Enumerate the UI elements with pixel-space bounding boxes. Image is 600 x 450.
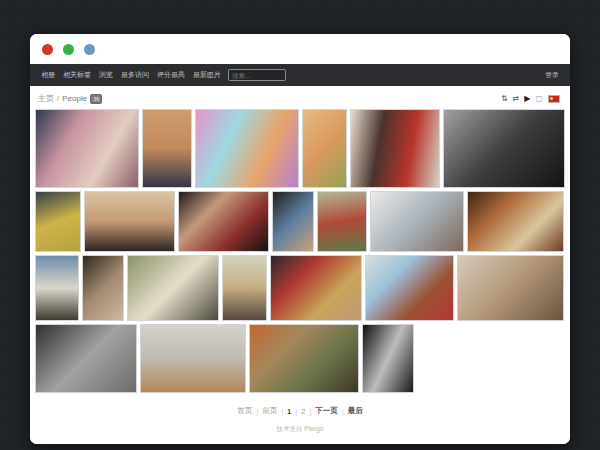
photo-water-splash[interactable]	[370, 191, 464, 252]
photo-girl-portrait[interactable]	[302, 109, 347, 188]
photo-bw-woman-portrait[interactable]	[443, 109, 565, 188]
pagination-separator: |	[309, 407, 311, 416]
photo-sizes-icon[interactable]: ⇄	[513, 94, 520, 104]
pagination-separator: |	[295, 407, 297, 416]
nav-item-0[interactable]: 相册	[41, 70, 55, 80]
photo-man-in-tracksuit[interactable]	[142, 109, 192, 188]
photo-row	[35, 324, 565, 393]
sort-order-icon[interactable]: ⇅	[501, 94, 508, 104]
pagination-link-3[interactable]: 2	[301, 407, 305, 416]
photo-bw-singer-spotlight[interactable]	[362, 324, 414, 393]
photo-row	[35, 255, 565, 321]
photo-pearl-earring-girl[interactable]	[272, 191, 314, 252]
photo-blue-cap-man[interactable]	[35, 255, 79, 321]
nav-item-1[interactable]: 相关标签	[63, 70, 91, 80]
pagination-link-1[interactable]: 前页	[262, 406, 277, 416]
pagination-link-0[interactable]: 首页	[237, 406, 252, 416]
pagination-separator: |	[281, 407, 283, 416]
breadcrumb-home-link[interactable]: 主页	[38, 93, 54, 104]
display-frame-icon[interactable]: ▢	[535, 94, 543, 104]
language-flag-icon[interactable]	[548, 95, 560, 103]
nav-menu: 相册相关标签浏览最多访问评分最高最新图片	[41, 70, 221, 80]
nav-item-5[interactable]: 最新图片	[193, 70, 221, 80]
traffic-lights	[42, 44, 95, 55]
nav-item-4[interactable]: 评分最高	[157, 70, 185, 80]
browser-window: 相册相关标签浏览最多访问评分最高最新图片 登录 主页 / People 36 ⇅…	[30, 34, 570, 444]
photo-newborn-baby[interactable]	[35, 109, 139, 188]
photo-napoleonic-soldiers[interactable]	[270, 255, 362, 321]
photo-woman-in-field[interactable]	[222, 255, 267, 321]
breadcrumb: 主页 / People 36	[38, 93, 102, 104]
photo-sepia-archway[interactable]	[82, 255, 124, 321]
photo-battle-reenactment[interactable]	[127, 255, 219, 321]
close-button[interactable]	[42, 44, 53, 55]
photo-thumbs-up-girl[interactable]	[365, 255, 454, 321]
nav-item-3[interactable]: 最多访问	[121, 70, 149, 80]
photo-row	[35, 191, 565, 252]
pagination-separator: |	[342, 407, 344, 416]
photo-lake-fishermen[interactable]	[140, 324, 246, 393]
photo-woman-night-street[interactable]	[178, 191, 269, 252]
slideshow-play-icon[interactable]: ▶	[524, 94, 530, 104]
nav-item-2[interactable]: 浏览	[99, 70, 113, 80]
content-header: 主页 / People 36 ⇅⇄▶▢	[30, 86, 570, 108]
breadcrumb-separator: /	[57, 94, 59, 103]
photo-grid	[30, 108, 570, 396]
photo-drummers[interactable]	[317, 191, 367, 252]
powered-by-credit: 技术支持 Piwigo	[277, 425, 324, 432]
photo-kids-at-window[interactable]	[350, 109, 440, 188]
site-footer: 技术支持 Piwigo	[30, 425, 570, 434]
pagination: 首页|前页|1|2|下一页|最后	[30, 406, 570, 416]
search-input[interactable]	[228, 69, 286, 81]
login-link[interactable]: 登录	[545, 70, 559, 80]
photo-dancer-silhouette[interactable]	[84, 191, 175, 252]
photo-bw-seated-figure[interactable]	[35, 324, 137, 393]
window-titlebar	[30, 34, 570, 64]
photo-colorful-cyclist[interactable]	[195, 109, 299, 188]
pagination-link-4[interactable]: 下一页	[315, 406, 338, 416]
pagination-separator: |	[256, 407, 258, 416]
breadcrumb-current-album: People	[62, 94, 87, 103]
photo-count-badge: 36	[90, 94, 102, 104]
minimize-button[interactable]	[63, 44, 74, 55]
pagination-current-page: 1	[287, 407, 291, 416]
pagination-link-5[interactable]: 最后	[348, 406, 363, 416]
gallery-page: 主页 / People 36 ⇅⇄▶▢ 首页|前页|1|2|下一页|最后 技术支…	[30, 86, 570, 444]
photo-row	[35, 109, 565, 188]
photo-gym-hall[interactable]	[35, 191, 81, 252]
gallery-toolbar: ⇅⇄▶▢	[501, 94, 560, 104]
photo-woman-on-ledge[interactable]	[457, 255, 564, 321]
site-navbar: 相册相关标签浏览最多访问评分最高最新图片 登录	[30, 64, 570, 86]
photo-country-band[interactable]	[467, 191, 564, 252]
maximize-button[interactable]	[84, 44, 95, 55]
photo-orange-headwrap-woman[interactable]	[249, 324, 359, 393]
desktop-background: 相册相关标签浏览最多访问评分最高最新图片 登录 主页 / People 36 ⇅…	[0, 0, 600, 450]
